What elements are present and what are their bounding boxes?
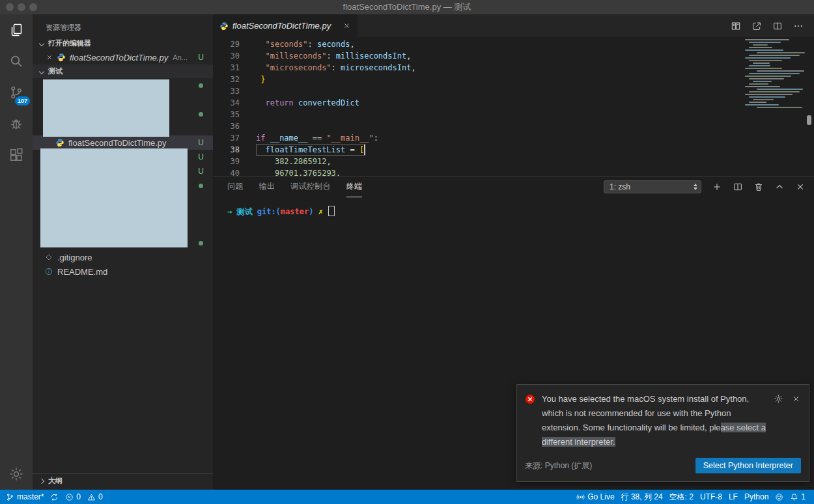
select-arrows-icon [694, 184, 697, 190]
status-warnings[interactable]: 0 [84, 490, 106, 504]
prompt-segment [313, 207, 318, 216]
git-modified-dot [199, 241, 203, 245]
sidebar-title: 资源管理器 [33, 14, 213, 36]
window-controls [6, 3, 37, 11]
status-sync[interactable] [47, 490, 62, 504]
scrollbar-handle[interactable] [807, 115, 811, 125]
extensions-icon [8, 147, 24, 163]
terminal-content[interactable]: → 测试 git:(master) ✗ [213, 197, 814, 217]
activity-extensions[interactable] [0, 139, 33, 171]
outline-header[interactable]: 大纲 [33, 473, 213, 488]
status-feedback[interactable] [772, 490, 787, 504]
status-label: LF [729, 492, 738, 501]
status-indentation[interactable]: 空格: 2 [666, 490, 697, 504]
notification-toast: You have selected the macOS system insta… [516, 384, 809, 482]
split-terminal-icon[interactable] [733, 182, 743, 192]
files-icon [8, 22, 24, 38]
close-window-button[interactable] [6, 3, 14, 11]
line-number: 29 [213, 38, 256, 50]
git-branch-icon [6, 493, 14, 501]
redacted-region [43, 79, 169, 137]
open-preview-icon[interactable] [751, 21, 762, 31]
bell-icon [790, 493, 798, 501]
code-line-40: 40 96701.3765293, [213, 167, 814, 176]
status-git-branch[interactable]: master* [3, 490, 47, 504]
activity-run-debug[interactable] [0, 108, 33, 139]
select-python-interpreter-button[interactable]: Select Python Interpreter [695, 458, 801, 473]
prompt-segment: ✗ [318, 207, 323, 216]
status-eol[interactable]: LF [725, 490, 741, 504]
minimap[interactable] [742, 39, 805, 109]
status-notifications[interactable]: 1 [787, 490, 809, 504]
status-go-live[interactable]: Go Live [573, 490, 617, 504]
status-label: 行 38, 列 24 [621, 492, 663, 503]
chevron-up-icon[interactable] [774, 182, 785, 192]
panel-tab-debug-console[interactable]: 调试控制台 [290, 176, 331, 197]
code-editor[interactable]: 29 "seconds": seconds,30 "millseconds": … [213, 37, 814, 176]
open-editor-path: An... [173, 53, 188, 61]
panel-tab-output[interactable]: 输出 [259, 176, 275, 197]
status-language-mode[interactable]: Python [741, 490, 772, 504]
code-line-39: 39 382.2865912, [213, 156, 814, 167]
search-icon [8, 53, 24, 69]
minimize-window-button[interactable] [18, 3, 25, 11]
git-status-untracked: U [198, 138, 204, 147]
close-icon[interactable] [795, 182, 806, 192]
status-cursor-position[interactable]: 行 38, 列 24 [618, 490, 666, 504]
more-actions-icon[interactable] [793, 21, 804, 31]
chevron-down-icon [39, 68, 44, 74]
tree-item-floatSecondToDictTime.py[interactable]: floatSecondToDictTime.pyU [33, 135, 213, 150]
message-segment: You have selected the macOS system insta… [542, 394, 749, 432]
open-editor-item[interactable]: floatSecondToDictTime.pyAn...U [33, 50, 213, 64]
chevron-down-icon [39, 40, 44, 46]
terminal-select[interactable]: 1: zsh [604, 180, 701, 193]
python-icon [219, 21, 229, 31]
close-tab-icon[interactable] [343, 21, 351, 30]
line-number: 40 [213, 167, 256, 176]
tree-item-README.md[interactable]: README.md [33, 264, 213, 279]
activity-settings[interactable] [0, 458, 33, 490]
code-line-29: 29 "seconds": seconds, [213, 38, 814, 50]
status-encoding[interactable]: UTF-8 [697, 490, 725, 504]
line-number: 39 [213, 156, 256, 167]
notification-settings-icon[interactable] [774, 394, 783, 404]
plus-icon[interactable] [712, 182, 722, 192]
file-name: README.md [57, 267, 107, 277]
open-changes-icon[interactable] [731, 21, 741, 31]
tab-floatSecondToDictTime.py[interactable]: floatSecondToDictTime.py [213, 14, 358, 37]
tree-item-.gitignore[interactable]: .gitignore [33, 250, 213, 264]
activity-bar: 107 [0, 14, 33, 490]
close-icon[interactable] [46, 53, 53, 61]
activity-search[interactable] [0, 46, 33, 77]
zoom-window-button[interactable] [29, 3, 37, 11]
activity-source-control[interactable]: 107 [0, 77, 33, 108]
code-line-35: 35 [213, 109, 814, 120]
chevron-right-icon [39, 478, 44, 483]
activity-explorer[interactable] [0, 14, 33, 46]
python-icon [55, 138, 64, 147]
prompt-segment: git:( [257, 207, 281, 216]
status-label: 0 [76, 492, 81, 501]
code-line-34: 34 return convertedDict [213, 97, 814, 109]
notification-close-icon[interactable] [791, 394, 801, 404]
split-editor-icon[interactable] [772, 21, 783, 31]
git-modified-dot [199, 184, 203, 188]
git-modified-dot [199, 83, 203, 88]
status-bar: master*00 Go Live行 38, 列 24空格: 2UTF-8LFP… [0, 490, 814, 504]
status-errors[interactable]: 0 [62, 490, 84, 504]
status-label: 空格: 2 [669, 492, 694, 503]
code-line-31: 31 "microseconds": microsecondsInt, [213, 62, 814, 74]
panel-tab-terminal[interactable]: 终端 [346, 176, 363, 197]
notification-source: 来源: Python (扩展) [525, 460, 592, 471]
status-label: 1 [801, 492, 806, 501]
trash-icon[interactable] [753, 182, 764, 192]
window-title: floatSecondToDictTime.py — 测试 [343, 1, 471, 13]
line-number: 34 [213, 97, 256, 109]
git-modified-dot [199, 112, 203, 117]
warning-icon [87, 493, 96, 501]
panel-tab-problems[interactable]: 问题 [227, 176, 244, 197]
outline-label: 大纲 [48, 476, 63, 486]
file-name: .gitignore [57, 253, 92, 262]
folder-header[interactable]: 测试 [33, 64, 213, 78]
open-editors-header[interactable]: 打开的编辑器 [33, 36, 213, 50]
